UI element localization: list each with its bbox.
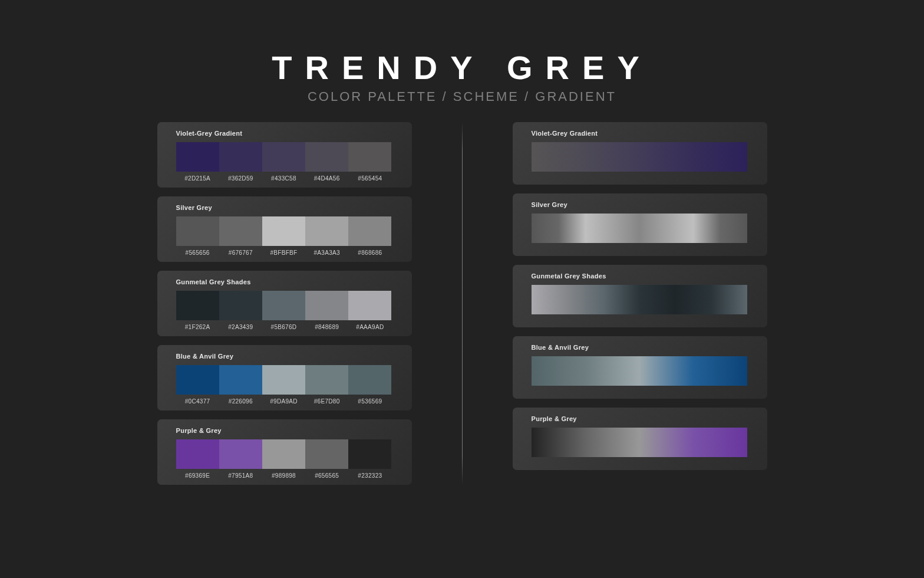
hex-label: #2D215A [176, 175, 219, 182]
hex-label: #7951A8 [219, 472, 262, 479]
swatch-row [176, 216, 392, 246]
hex-label: #565454 [348, 175, 391, 182]
hex-label-row: #565656#676767#BFBFBF#A3A3A3#868686 [176, 246, 392, 256]
page-title: TRENDY GREY [272, 48, 652, 87]
color-swatch [305, 439, 348, 469]
color-swatch [262, 291, 305, 320]
color-swatch [219, 291, 262, 320]
header: TRENDY GREY COLOR PALETTE / SCHEME / GRA… [272, 48, 652, 104]
columns: Violet-Grey Gradient#2D215A#362D59#433C5… [157, 122, 767, 485]
color-swatch [348, 291, 391, 320]
color-swatch [348, 439, 391, 469]
gradient-title: Silver Grey [532, 201, 748, 208]
color-swatch [305, 365, 348, 395]
color-swatch [348, 365, 391, 395]
hex-label: #BFBFBF [262, 249, 305, 256]
gradient-title: Violet-Grey Gradient [532, 130, 748, 137]
gradient-card: Gunmetal Grey Shades [513, 265, 767, 327]
hex-label-row: #69369E#7951A8#989898#656565#232323 [176, 469, 392, 479]
hex-label: #1F262A [176, 324, 219, 330]
palette-card: Purple & Grey#69369E#7951A8#989898#65656… [157, 419, 412, 485]
color-swatch [219, 365, 262, 395]
hex-label: #848689 [305, 324, 348, 330]
color-swatch [348, 216, 391, 246]
palette-card: Violet-Grey Gradient#2D215A#362D59#433C5… [157, 122, 412, 188]
gradients-column: Violet-Grey GradientSilver GreyGunmetal … [513, 122, 767, 485]
hex-label: #5B676D [262, 324, 305, 330]
color-swatch [262, 365, 305, 395]
hex-label: #0C4377 [176, 398, 219, 405]
swatch-row [176, 365, 392, 395]
color-swatch [305, 142, 348, 172]
hex-label: #9DA9AD [262, 398, 305, 405]
gradient-bar [532, 356, 747, 386]
swatches-column: Violet-Grey Gradient#2D215A#362D59#433C5… [157, 122, 412, 485]
color-swatch [176, 365, 219, 395]
color-swatch [176, 291, 219, 320]
color-swatch [305, 291, 348, 320]
palette-title: Silver Grey [176, 204, 393, 211]
color-swatch [348, 142, 391, 172]
color-swatch [219, 439, 262, 469]
gradient-bar [532, 214, 747, 243]
color-swatch [305, 216, 348, 246]
palette-title: Purple & Grey [176, 427, 393, 434]
hex-label-row: #0C4377#226096#9DA9AD#6E7D80#536569 [176, 395, 392, 405]
gradient-bar [532, 142, 747, 172]
hex-label: #868686 [348, 249, 391, 256]
palette-title: Gunmetal Grey Shades [176, 278, 393, 285]
color-swatch [262, 439, 305, 469]
hex-label: #232323 [348, 472, 391, 479]
color-swatch [176, 142, 219, 172]
color-swatch [262, 216, 305, 246]
hex-label: #656565 [305, 472, 348, 479]
palette-card: Blue & Anvil Grey#0C4377#226096#9DA9AD#6… [157, 345, 412, 410]
hex-label: #AAA9AD [348, 324, 391, 330]
hex-label: #989898 [262, 472, 305, 479]
hex-label: #6E7D80 [305, 398, 348, 405]
hex-label-row: #1F262A#2A3439#5B676D#848689#AAA9AD [176, 320, 392, 330]
color-swatch [176, 439, 219, 469]
hex-label-row: #2D215A#362D59#433C58#4D4A56#565454 [176, 172, 392, 182]
gradient-card: Violet-Grey Gradient [513, 122, 767, 185]
page-subtitle: COLOR PALETTE / SCHEME / GRADIENT [272, 89, 652, 104]
color-swatch [219, 216, 262, 246]
gradient-card: Purple & Grey [513, 408, 767, 470]
palette-card: Silver Grey#565656#676767#BFBFBF#A3A3A3#… [157, 196, 412, 262]
palette-title: Violet-Grey Gradient [176, 130, 393, 137]
hex-label: #2A3439 [219, 324, 262, 330]
hex-label: #362D59 [219, 175, 262, 182]
palette-title: Blue & Anvil Grey [176, 353, 393, 360]
hex-label: #536569 [348, 398, 391, 405]
color-swatch [176, 216, 219, 246]
gradient-bar [532, 428, 747, 457]
color-swatch [219, 142, 262, 172]
gradient-card: Blue & Anvil Grey [513, 336, 767, 399]
gradient-title: Blue & Anvil Grey [532, 344, 748, 351]
gradient-bar [532, 285, 747, 314]
palette-card: Gunmetal Grey Shades#1F262A#2A3439#5B676… [157, 271, 412, 336]
swatch-row [176, 142, 392, 172]
column-divider [462, 122, 463, 485]
hex-label: #4D4A56 [305, 175, 348, 182]
gradient-title: Purple & Grey [532, 415, 748, 422]
swatch-row [176, 291, 392, 320]
hex-label: #A3A3A3 [305, 249, 348, 256]
hex-label: #226096 [219, 398, 262, 405]
hex-label: #433C58 [262, 175, 305, 182]
color-swatch [262, 142, 305, 172]
hex-label: #69369E [176, 472, 219, 479]
gradient-title: Gunmetal Grey Shades [532, 272, 748, 280]
hex-label: #565656 [176, 249, 219, 256]
gradient-card: Silver Grey [513, 193, 767, 256]
swatch-row [176, 439, 392, 469]
hex-label: #676767 [219, 249, 262, 256]
